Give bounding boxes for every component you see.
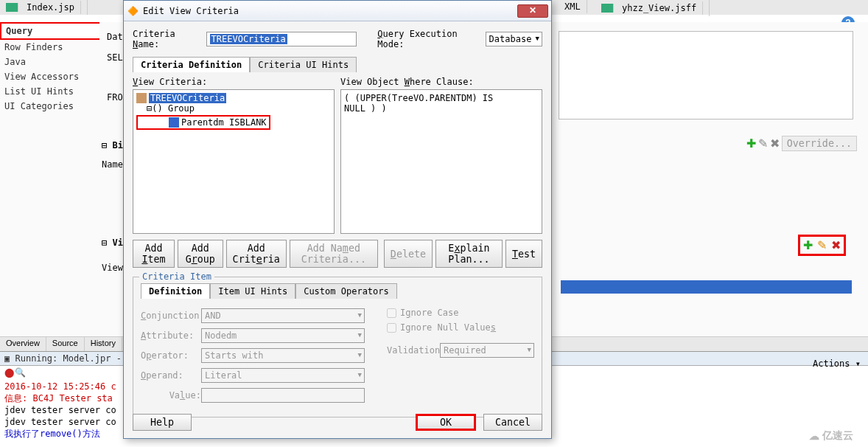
delete-icon[interactable]: ✖	[770, 136, 780, 150]
criteria-name-label: Criteria Name:	[133, 29, 202, 49]
value-input	[201, 388, 365, 403]
label-view: View	[102, 263, 123, 273]
section-bi: ⊟ Bi	[102, 140, 123, 150]
delete-icon[interactable]: ✖	[831, 238, 841, 252]
operand-label: Operand:	[141, 370, 201, 381]
jsp-icon	[6, 3, 18, 12]
where-line: NULL ) )	[344, 103, 539, 114]
tab-source[interactable]: Source	[46, 337, 85, 351]
dialog-titlebar[interactable]: 🔶 Edit View Criteria ✕	[124, 1, 551, 21]
tab-custom-operators[interactable]: Custom Operators	[295, 283, 397, 299]
criteria-item-group: Criteria Item Definition Item UI Hints C…	[133, 277, 542, 417]
dialog-title-text: Edit View Criteria	[143, 6, 517, 16]
criteria-name-input[interactable]: TREEVOCriteria	[206, 32, 357, 46]
criteria-item-legend: Criteria Item	[139, 271, 214, 282]
add-icon[interactable]: ✚	[746, 136, 756, 150]
right-toolbar-1: ✚ ✎ ✖ Override...	[746, 136, 857, 151]
ignore-null-checkbox	[387, 323, 396, 333]
tab-jsff[interactable]: yhzz_View.jsff	[595, 0, 710, 16]
stop-icon[interactable]: ⬤	[4, 367, 15, 378]
operand-combo: Literal	[201, 368, 365, 383]
tab-criteria-definition[interactable]: Criteria Definition	[133, 57, 250, 72]
conjunction-combo: AND	[201, 308, 365, 323]
test-button[interactable]: Test	[505, 240, 542, 268]
ok-button[interactable]: OK	[416, 414, 476, 431]
exec-mode-combo[interactable]: Database	[486, 32, 542, 46]
criteria-buttons: Add Item Add Group Add Criteria Add Name…	[133, 240, 542, 268]
operator-combo: Starts with	[201, 348, 365, 363]
delete-button: Delete	[384, 240, 433, 268]
label-name: Name	[102, 159, 123, 170]
tree-leaf-highlight: Parentdm ISBLANK	[136, 115, 270, 130]
exec-mode-label: Query Execution Mode:	[377, 29, 480, 49]
tab-history[interactable]: History	[85, 337, 122, 351]
tree-group[interactable]: ⊟ () Group	[136, 103, 331, 114]
operator-label: Operator:	[141, 350, 201, 361]
actions-menu[interactable]: Actions ▾	[813, 358, 861, 369]
ignore-null-check: Ignore Null Values	[387, 322, 534, 333]
tab-criteria-ui-hints[interactable]: Criteria UI Hints	[250, 57, 357, 72]
validation-label: Validation:	[387, 345, 440, 356]
where-clause-label: View Object Where Clause:	[340, 77, 542, 87]
where-clause-box: ( (UPPER(TreeVO.PARENTDM) IS NULL ) )	[340, 89, 542, 234]
cancel-button[interactable]: Cancel	[483, 414, 542, 431]
tab-index[interactable]: Index.jsp	[0, 0, 88, 15]
ignore-case-check: Ignore Case	[387, 308, 534, 318]
edit-icon[interactable]: ✎	[817, 238, 827, 252]
edit-view-criteria-dialog: 🔶 Edit View Criteria ✕ Criteria Name: TR…	[123, 0, 552, 439]
tree-leaf[interactable]: Parentdm ISBLANK	[169, 117, 267, 128]
watermark: ☁亿速云	[809, 429, 853, 443]
help-button[interactable]: Help	[133, 414, 192, 431]
add-icon[interactable]: ✚	[803, 238, 813, 252]
criteria-icon	[136, 93, 147, 103]
ignore-case-checkbox	[387, 308, 396, 318]
value-label: Value:	[141, 390, 201, 401]
explain-plan-button[interactable]: Explain Plan...	[435, 240, 503, 268]
selected-row-bg[interactable]	[561, 280, 852, 294]
add-criteria-button[interactable]: Add Criteria	[226, 240, 287, 268]
tree-root[interactable]: TREEVOCriteria	[136, 93, 331, 103]
dialog-icon: 🔶	[127, 5, 139, 17]
attribute-label: Attribute:	[141, 330, 201, 341]
attribute-combo: Nodedm	[201, 328, 365, 343]
add-item-button[interactable]: Add Item	[133, 240, 175, 268]
where-line: ( (UPPER(TreeVO.PARENTDM) IS	[344, 93, 539, 103]
section-vi: ⊟ Vi	[102, 238, 123, 248]
add-named-criteria-button: Add Named Criteria...	[290, 240, 378, 268]
text-area-bg[interactable]	[559, 31, 853, 119]
criteria-tabs: Criteria Definition Criteria UI Hints	[133, 57, 542, 72]
criteria-tree[interactable]: TREEVOCriteria ⊟ () Group Parentdm ISBLA…	[133, 89, 335, 234]
cloud-icon: ☁	[809, 430, 819, 442]
override-button[interactable]: Override...	[782, 136, 857, 151]
close-icon[interactable]: ✕	[517, 4, 548, 18]
tab-item-ui-hints[interactable]: Item UI Hints	[210, 283, 295, 299]
validation-combo: Required	[440, 343, 534, 358]
tab-xml[interactable]: XML	[559, 0, 587, 13]
add-group-button[interactable]: Add Group	[178, 240, 223, 268]
right-toolbar-2: ✚ ✎ ✖	[798, 235, 846, 256]
jsff-icon	[601, 4, 614, 13]
tab-overview[interactable]: Overview	[0, 337, 46, 351]
tab-definition[interactable]: Definition	[141, 283, 210, 299]
conjunction-label: Conjunction:	[141, 311, 201, 321]
edit-icon[interactable]: ✎	[758, 136, 768, 150]
attr-icon	[169, 117, 179, 128]
view-criteria-label: View Criteria:	[133, 77, 335, 87]
search-icon[interactable]: 🔍	[15, 367, 26, 378]
